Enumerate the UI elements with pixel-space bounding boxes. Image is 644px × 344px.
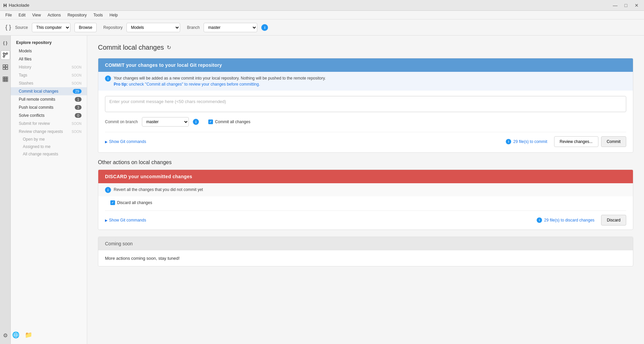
sidebar-item-push-local[interactable]: Push local commits 3	[11, 103, 87, 111]
sidebar-item-stashes: Stashes SOON	[11, 79, 87, 87]
discard-all-checkbox-label[interactable]: Discard all changes	[110, 200, 626, 205]
git-icon[interactable]	[1, 50, 10, 60]
globe-icon[interactable]: 🌐	[12, 331, 19, 339]
discard-card: DISCARD your uncommitted changes i Rever…	[98, 169, 633, 230]
app-icon: H	[3, 3, 7, 8]
maximize-button[interactable]: □	[622, 1, 630, 9]
sidebar-item-pull-remote[interactable]: Pull remote commits 1	[11, 95, 87, 103]
commit-local-badge: 29	[73, 89, 82, 94]
coming-soon-text: More actions coming soon, stay tuned!	[105, 256, 180, 261]
svg-rect-12	[6, 77, 8, 78]
icon-bar: { } ⚙	[0, 36, 11, 344]
sidebar-item-pull-remote-label: Pull remote commits	[19, 97, 55, 102]
repository-select[interactable]: Models	[126, 23, 180, 32]
push-local-badge: 3	[75, 105, 82, 110]
menu-bar: File Edit View Actions Repository Tools …	[0, 11, 644, 19]
svg-rect-6	[3, 65, 5, 67]
svg-rect-14	[5, 79, 6, 80]
menu-view[interactable]: View	[30, 12, 44, 18]
sidebar-item-models[interactable]: Models	[11, 47, 87, 55]
grid-icon[interactable]	[1, 62, 10, 72]
other-actions-title: Other actions on local changes	[98, 159, 633, 165]
commit-card-header: COMMIT your changes to your local Git re…	[98, 58, 633, 72]
discard-chevron-right-icon: ▶	[105, 218, 108, 222]
sidebar-item-commit-local[interactable]: Commit local changes 29	[11, 87, 87, 95]
coming-soon-header: Coming soon	[98, 237, 633, 250]
explore-title: Explore repository	[11, 38, 87, 47]
title-bar: H Hackolade — □ ✕	[0, 0, 644, 11]
files-count-info-icon: i	[506, 139, 511, 144]
commit-info-icon: i	[105, 76, 111, 82]
sidebar-item-models-label: Models	[19, 49, 32, 53]
sidebar-item-solve-conflicts[interactable]: Solve conflicts 0	[11, 111, 87, 119]
branch-info-icon[interactable]: i	[261, 24, 268, 31]
sidebar-item-submit-review: Submit for review SOON	[11, 119, 87, 128]
refresh-icon[interactable]: ↻	[167, 44, 171, 51]
svg-rect-11	[5, 77, 6, 78]
toolbar: { } Source This computer Browse Reposito…	[0, 19, 644, 36]
commit-card: COMMIT your changes to your local Git re…	[98, 58, 633, 153]
discard-files-count: i 29 file(s) to discard changes	[537, 217, 594, 223]
svg-rect-7	[6, 65, 8, 67]
review-changes-button[interactable]: Review changes...	[554, 136, 598, 147]
menu-actions[interactable]: Actions	[45, 12, 63, 18]
svg-rect-17	[5, 80, 6, 82]
commit-action-row: ▶ Show Git commands i 29 file(s) to comm…	[105, 132, 626, 147]
menu-file[interactable]: File	[3, 12, 14, 18]
discard-show-git-commands-link[interactable]: ▶ Show Git commands	[105, 218, 146, 223]
svg-rect-15	[6, 79, 8, 80]
show-git-commands-link[interactable]: ▶ Show Git commands	[105, 139, 146, 144]
sidebar-item-all-change-requests: All change requests	[11, 150, 87, 158]
commit-all-label: Commit all changes	[215, 119, 250, 124]
sidebar-item-commit-local-label: Commit local changes	[19, 89, 58, 94]
coming-soon-body: More actions coming soon, stay tuned!	[98, 250, 633, 266]
json-icon[interactable]: { }	[1, 38, 10, 48]
sidebar-item-solve-conflicts-label: Solve conflicts	[19, 113, 45, 118]
svg-rect-18	[6, 80, 8, 82]
svg-rect-8	[3, 67, 5, 69]
discard-info-row: i Revert all the changes that you did no…	[98, 183, 633, 196]
sidebar-item-history: History SOON	[11, 63, 87, 71]
discard-info-text: Revert all the changes that you did not …	[114, 187, 203, 193]
commit-info-row: i Your changes will be added as a new co…	[98, 72, 633, 91]
menu-tools[interactable]: Tools	[91, 12, 106, 18]
source-select[interactable]: This computer	[32, 23, 70, 32]
svg-rect-10	[3, 77, 4, 78]
pro-tip-link[interactable]: uncheck "Commit all changes" to review y…	[129, 82, 260, 87]
minimize-button[interactable]: —	[611, 1, 619, 9]
branch-label: Branch	[187, 25, 200, 30]
commit-branch-info-icon[interactable]: i	[193, 119, 199, 125]
branch-on-label: Commit on branch	[105, 119, 138, 124]
discard-all-checkbox[interactable]	[110, 200, 115, 205]
commit-info-text: Your changes will be added as a new comm…	[114, 75, 326, 87]
sidebar-item-assigned-to-me: Assigned to me	[11, 143, 87, 150]
main-content: Commit local changes ↻ COMMIT your chang…	[87, 36, 644, 344]
pro-tip-label: Pro tip:	[114, 82, 128, 87]
source-label: Source	[15, 25, 28, 30]
menu-edit[interactable]: Edit	[16, 12, 28, 18]
close-button[interactable]: ✕	[633, 1, 641, 9]
settings-icon[interactable]: ⚙	[1, 331, 10, 340]
folder-icon[interactable]: 📁	[25, 331, 32, 339]
discard-files-count-info-icon: i	[537, 217, 542, 223]
commit-card-body: Commit on branch master i Commit all cha…	[98, 91, 633, 152]
sidebar-item-all-files[interactable]: All files	[11, 55, 87, 63]
discard-card-body: Discard all changes ▶ Show Git commands …	[98, 196, 633, 230]
commit-all-checkbox-label[interactable]: Commit all changes	[208, 119, 250, 124]
commit-all-checkbox[interactable]	[208, 119, 213, 124]
menu-repository[interactable]: Repository	[65, 12, 89, 18]
commit-branch-select[interactable]: master	[142, 117, 189, 127]
svg-rect-13	[3, 79, 4, 80]
menu-help[interactable]: Help	[107, 12, 121, 18]
coming-soon-card: Coming soon More actions coming soon, st…	[98, 237, 633, 266]
browse-button[interactable]: Browse	[74, 23, 97, 32]
app-title: Hackolade	[9, 3, 29, 8]
branch-select[interactable]: master	[204, 23, 257, 32]
commit-button[interactable]: Commit	[601, 136, 626, 147]
apps-icon[interactable]	[1, 75, 10, 84]
commit-message-input[interactable]	[105, 96, 626, 112]
chevron-right-icon: ▶	[105, 140, 108, 144]
svg-rect-16	[3, 80, 4, 82]
sidebar-item-tags: Tags SOON	[11, 71, 87, 79]
discard-button[interactable]: Discard	[601, 215, 626, 226]
